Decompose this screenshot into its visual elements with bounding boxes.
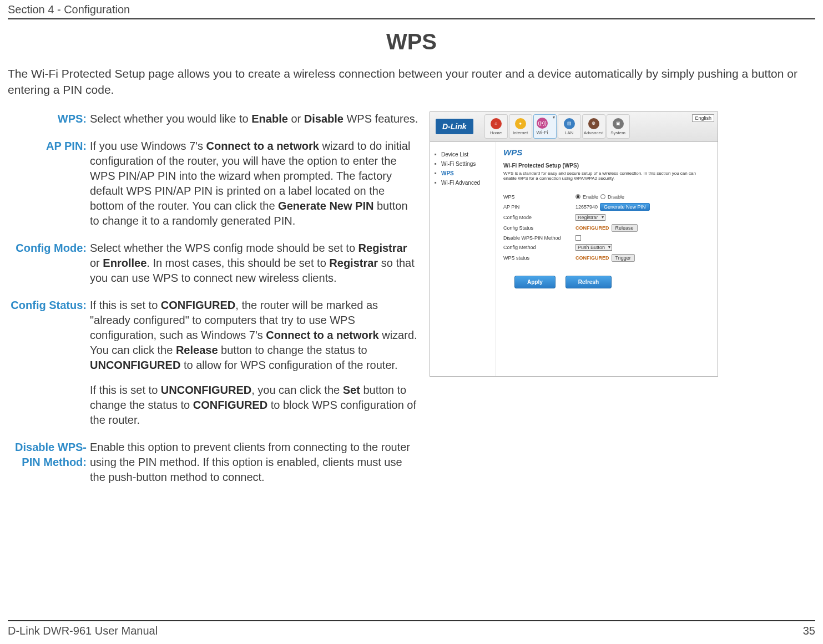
row-cfgmode-label: Config Mode bbox=[503, 215, 575, 220]
sidebar-item-wifi-settings[interactable]: Wi-Fi Settings bbox=[435, 159, 491, 169]
sidebar-item-device-list[interactable]: Device List bbox=[435, 150, 491, 159]
system-icon: ▣ bbox=[613, 118, 624, 129]
row-appin-label: AP PIN bbox=[503, 204, 575, 210]
nav-icons: ⌂Home ●Internet ((•))Wi-Fi ▤LAN ⚙Advance… bbox=[484, 114, 712, 139]
nav-home[interactable]: ⌂Home bbox=[484, 114, 508, 139]
wifi-icon: ((•)) bbox=[537, 118, 548, 129]
dlink-logo: D-Link bbox=[436, 119, 473, 134]
row-cfgmethod: Config Method Push Button bbox=[503, 242, 710, 252]
language-selector[interactable]: English bbox=[692, 114, 714, 122]
footer-page: 35 bbox=[803, 625, 815, 637]
cfgmode-select[interactable]: Registrar bbox=[575, 214, 605, 221]
disablepin-checkbox[interactable] bbox=[575, 235, 581, 241]
router-screenshot: English D-Link ⌂Home ●Internet ((•))Wi-F… bbox=[430, 111, 718, 377]
row-cfgmethod-label: Config Method bbox=[503, 245, 575, 250]
def-wps: WPS: Select whether you would like to En… bbox=[8, 111, 418, 126]
def-cfgstatus-p2: If this is set to UNCONFIGURED, you can … bbox=[90, 383, 418, 428]
lan-icon: ▤ bbox=[564, 118, 575, 129]
nav-system[interactable]: ▣System bbox=[607, 114, 630, 139]
intro-text: The Wi-Fi Protected Setup page allows yo… bbox=[8, 65, 815, 98]
row-wpsstatus: WPS status CONFIGURED Trigger bbox=[503, 252, 710, 263]
gear-icon: ⚙ bbox=[588, 118, 599, 129]
generate-pin-button[interactable]: Generate New PIN bbox=[600, 203, 650, 211]
def-wps-text: Select whether you would like to Enable … bbox=[90, 111, 418, 126]
def-disablepin-label: Disable WPS-PIN Method: bbox=[8, 440, 90, 485]
trigger-button[interactable]: Trigger bbox=[612, 254, 635, 262]
row-cfgstatus: Config Status CONFIGURED Release bbox=[503, 222, 710, 234]
row-disablepin: Disable WPS-PIN Method bbox=[503, 234, 710, 242]
body-row: WPS: Select whether you would like to En… bbox=[8, 111, 815, 497]
def-cfgstatus-p1: If this is set to CONFIGURED, the router… bbox=[90, 298, 418, 373]
router-header: D-Link ⌂Home ●Internet ((•))Wi-Fi ▤LAN ⚙… bbox=[430, 112, 718, 142]
nav-advanced[interactable]: ⚙Advanced bbox=[582, 114, 605, 139]
apply-button[interactable]: Apply bbox=[514, 276, 556, 288]
definitions: WPS: Select whether you would like to En… bbox=[8, 111, 418, 497]
action-row: Apply Refresh bbox=[514, 276, 710, 288]
row-cfgmode: Config Mode Registrar bbox=[503, 212, 710, 222]
nav-lan[interactable]: ▤LAN bbox=[558, 114, 581, 139]
row-wpsstatus-label: WPS status bbox=[503, 255, 575, 261]
nav-internet[interactable]: ●Internet bbox=[509, 114, 532, 139]
def-appin: AP PIN: If you use Windows 7's Connect t… bbox=[8, 139, 418, 229]
panel-desc: WPS is a standard for easy and secure se… bbox=[503, 171, 710, 181]
def-cfgmode: Config Mode: Select whether the WPS conf… bbox=[8, 241, 418, 286]
router-panel: WPS Wi-Fi Protected Setup (WPS) WPS is a… bbox=[496, 142, 718, 376]
radio-enable[interactable] bbox=[575, 194, 580, 199]
section-label: Section 4 - Configuration bbox=[8, 3, 130, 16]
page-title: WPS bbox=[8, 29, 815, 54]
footer-manual: D-Link DWR-961 User Manual bbox=[8, 625, 158, 637]
cfgstatus-value: CONFIGURED bbox=[575, 225, 609, 231]
radio-disable-label: Disable bbox=[608, 194, 624, 200]
page-footer: D-Link DWR-961 User Manual 35 bbox=[8, 620, 815, 637]
radio-enable-label: Enable bbox=[583, 194, 598, 200]
panel-heading: WPS bbox=[503, 148, 710, 157]
row-wps-label: WPS bbox=[503, 194, 575, 200]
sidebar-item-wps[interactable]: WPS bbox=[435, 169, 491, 178]
home-icon: ⌂ bbox=[491, 118, 502, 129]
sidebar-item-wifi-advanced[interactable]: Wi-Fi Advanced bbox=[435, 178, 491, 187]
def-cfgmode-label: Config Mode: bbox=[8, 241, 90, 286]
nav-wifi[interactable]: ((•))Wi-Fi bbox=[533, 114, 557, 139]
def-appin-label: AP PIN: bbox=[8, 139, 90, 229]
refresh-button[interactable]: Refresh bbox=[566, 276, 612, 288]
def-wps-label: WPS: bbox=[8, 111, 90, 126]
def-cfgstatus-text: If this is set to CONFIGURED, the router… bbox=[90, 298, 418, 428]
router-sidebar: Device List Wi-Fi Settings WPS Wi-Fi Adv… bbox=[430, 142, 496, 376]
row-appin: AP PIN 12657940 Generate New PIN bbox=[503, 201, 710, 212]
appin-value: 12657940 bbox=[575, 204, 598, 210]
def-disablepin-text: Enable this option to prevent clients fr… bbox=[90, 440, 418, 485]
row-wps: WPS Enable Disable bbox=[503, 192, 710, 201]
wpsstatus-value: CONFIGURED bbox=[575, 255, 609, 261]
row-disablepin-label: Disable WPS-PIN Method bbox=[503, 235, 575, 241]
globe-icon: ● bbox=[515, 118, 526, 129]
def-appin-text: If you use Windows 7's Connect to a netw… bbox=[90, 139, 418, 229]
def-cfgstatus-label: Config Status: bbox=[8, 298, 90, 428]
panel-subheading: Wi-Fi Protected Setup (WPS) bbox=[503, 163, 710, 169]
router-body: Device List Wi-Fi Settings WPS Wi-Fi Adv… bbox=[430, 142, 718, 376]
def-disablepin: Disable WPS-PIN Method: Enable this opti… bbox=[8, 440, 418, 485]
row-cfgstatus-label: Config Status bbox=[503, 225, 575, 231]
def-cfgstatus: Config Status: If this is set to CONFIGU… bbox=[8, 298, 418, 428]
page-header: Section 4 - Configuration bbox=[8, 0, 815, 19]
release-button[interactable]: Release bbox=[612, 224, 638, 232]
cfgmethod-select[interactable]: Push Button bbox=[575, 244, 612, 251]
def-cfgmode-text: Select whether the WPS config mode shoul… bbox=[90, 241, 418, 286]
radio-disable[interactable] bbox=[600, 194, 605, 199]
